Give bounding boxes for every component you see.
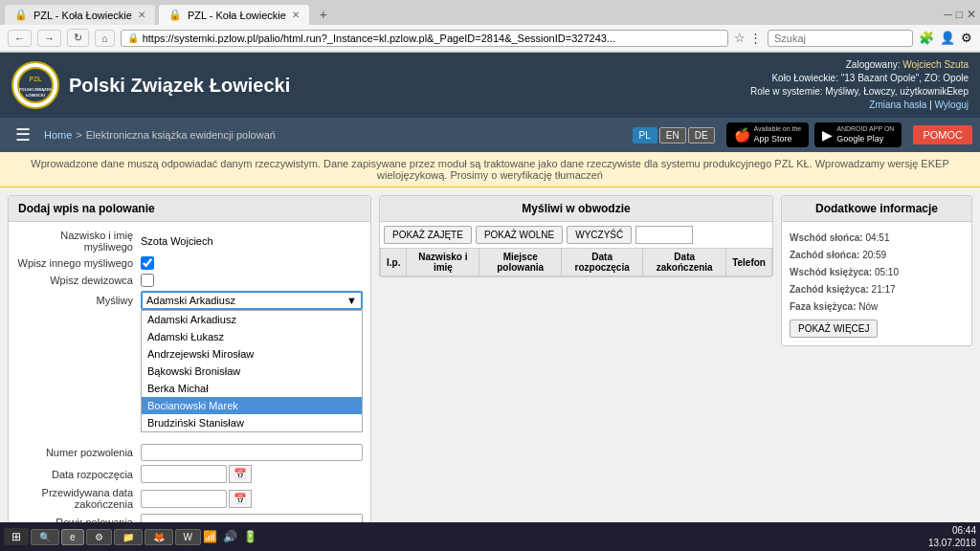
nazwisko-label: Nazwisko i imię myśliwego (16, 230, 141, 253)
data-zakonczenia-calendar-button[interactable]: 📅 (229, 490, 252, 508)
col-data-start: Data rozpoczęcia (562, 249, 643, 276)
data-rozpoczecia-input[interactable] (141, 465, 227, 483)
info-body: Wschód słońca: 04:51 Zachód słońca: 20:5… (782, 222, 971, 345)
forward-button[interactable]: → (37, 30, 61, 47)
apple-icon: 🍎 (734, 127, 750, 143)
taskbar-folder[interactable]: 📁 (114, 529, 143, 545)
browser-nav-icons: ☆ ⋮ (734, 31, 762, 45)
google-play-button[interactable]: ▶ ANDROID APP ON Google Play (814, 122, 902, 146)
info-row-moonset: Zachód księżyca: 21:17 (790, 281, 964, 298)
clear-button[interactable]: WYCZYŚĆ (567, 226, 632, 244)
lang-pl-button[interactable]: PL (633, 127, 657, 143)
app-store-button[interactable]: 🍎 Available on the App Store (726, 122, 810, 146)
lock-icon: 🔒 (127, 33, 139, 43)
nazwisko-value: Szota Wojciech (141, 235, 213, 247)
url-input[interactable] (143, 33, 722, 44)
dropdown-item-0[interactable]: Adamski Arkadiusz (142, 311, 362, 328)
sunrise-value: 04:51 (865, 232, 889, 243)
table-toolbar: POKAŻ ZAJĘTE POKAŻ WOLNE WYCZYŚĆ (380, 222, 772, 248)
form-row-inny-mysliwy: Wpisz innego myśliwego (16, 256, 363, 270)
browser-tab-1[interactable]: 🔒 PZL - Koła Łowieckie ✕ (4, 4, 156, 25)
show-more-button[interactable]: POKAŻ WIĘCEJ (790, 320, 878, 338)
dropdown-item-3[interactable]: Bąkowski Bronisław (142, 363, 362, 380)
hamburger-menu[interactable]: ☰ (8, 121, 38, 149)
form-header: Dodaj wpis na polowanie (9, 196, 370, 222)
show-free-button[interactable]: POKAŻ WOLNE (476, 226, 563, 244)
data-rozpoczecia-label: Data rozpoczęcia (16, 469, 141, 480)
maximize-button[interactable]: □ (956, 8, 963, 21)
data-zakonczenia-label: Przewidywana data zakończenia (16, 487, 141, 510)
col-lp: l.p. (381, 249, 407, 276)
tab-close-2[interactable]: ✕ (292, 10, 300, 20)
bookmark-icon[interactable]: ☆ (734, 31, 746, 45)
data-rozpoczecia-calendar-button[interactable]: 📅 (229, 465, 252, 483)
browser-search-input[interactable] (768, 30, 913, 47)
numer-pozwolenia-label: Numer pozwolenia (16, 447, 141, 458)
moonrise-value: 05:10 (875, 267, 899, 277)
dropdown-item-4[interactable]: Berka Michał (142, 380, 362, 397)
pomoc-button[interactable]: POMOC (913, 125, 972, 144)
settings-icon[interactable]: ⚙ (961, 31, 972, 45)
battery-icon: 🔋 (243, 530, 257, 543)
app-header: PZŁ POLSKI ZWIĄZEK ŁOWIECKI Polski Związ… (0, 53, 980, 118)
app-navbar: ☰ Home > Elektroniczna książka ewidencji… (0, 118, 980, 152)
left-panel: Dodaj wpis na polowanie Nazwisko i imię … (8, 195, 371, 551)
taskbar-word[interactable]: W (175, 529, 201, 545)
moon-phase-value: Nów (858, 301, 878, 312)
numer-pozwolenia-input[interactable] (141, 444, 363, 461)
mysliwy-select-wrapper: Adamski Arkadiusz ▼ Adamski Arkadiusz Ad… (141, 291, 363, 310)
col-miejsce: Miejsce polowania (479, 249, 562, 276)
tab-close-1[interactable]: ✕ (138, 10, 145, 20)
back-button[interactable]: ← (8, 30, 32, 47)
additional-info-box: Dodatkowe informacje Wschód słońca: 04:5… (781, 195, 972, 346)
home-link[interactable]: Home (44, 129, 72, 141)
dropdown-item-5[interactable]: Bocianowski Marek (142, 397, 362, 414)
dropdown-arrow-icon: ▼ (346, 295, 357, 306)
browser-tab-2[interactable]: 🔒 PZL - Koła Łowieckie ✕ (158, 4, 310, 25)
table-header-row: l.p. Nazwisko i imię Miejsce polowania D… (381, 249, 772, 276)
home-button[interactable]: ⌂ (95, 30, 115, 47)
profile-icon[interactable]: 👤 (940, 31, 955, 45)
col-data-end: Data zakończenia (643, 249, 726, 276)
inny-mysliwy-checkbox[interactable] (141, 256, 154, 270)
info-row-sunrise: Wschód słońca: 04:51 (790, 230, 964, 247)
taskbar-search[interactable]: 🔍 (31, 529, 59, 545)
svg-text:POLSKI ZWIĄZEK: POLSKI ZWIĄZEK (19, 87, 52, 92)
taskbar-ie[interactable]: e (61, 529, 84, 545)
dewizowiec-checkbox[interactable] (141, 274, 154, 287)
mysliwy-dropdown-trigger[interactable]: Adamski Arkadiusz ▼ (141, 291, 363, 310)
start-button[interactable]: ⊞ (4, 528, 29, 545)
lang-en-button[interactable]: EN (659, 127, 686, 143)
mysliwy-label: Myśliwy (16, 295, 141, 306)
table-search-input[interactable] (635, 226, 693, 244)
lang-de-button[interactable]: DE (688, 127, 715, 143)
close-window-button[interactable]: ✕ (967, 8, 976, 21)
data-zakonczenia-input[interactable] (141, 490, 227, 508)
taskbar-firefox[interactable]: 🦊 (145, 529, 173, 545)
app-title: Polski Związek Łowiecki (69, 75, 290, 97)
minimize-button[interactable]: ─ (944, 8, 952, 21)
taskbar-settings[interactable]: ⚙ (86, 529, 112, 545)
data-zakonczenia-container: 📅 (141, 490, 252, 508)
dropdown-item-1[interactable]: Adamski Łukasz (142, 328, 362, 345)
tab-bar: 🔒 PZL - Koła Łowieckie ✕ 🔒 PZL - Koła Ło… (0, 0, 980, 25)
breadcrumb-current: Elektroniczna książka ewidencji polowań (86, 129, 276, 141)
form-row-mysliwy: Myśliwy Adamski Arkadiusz ▼ Adamski Arka… (16, 291, 363, 310)
col-telefon: Telefon (726, 249, 772, 276)
form-row-numer-pozwolenia: Numer pozwolenia (16, 444, 363, 461)
inny-mysliwy-label: Wpisz innego myśliwego (16, 257, 141, 269)
form-row-data-rozpoczecia: Data rozpoczęcia 📅 (16, 465, 363, 483)
form-row-data-zakonczenia: Przewidywana data zakończenia 📅 (16, 487, 363, 510)
logout-link[interactable]: Wyloguj (935, 99, 969, 110)
dropdown-item-2[interactable]: Andrzejewski Mirosław (142, 345, 362, 363)
new-tab-button[interactable]: + (312, 5, 335, 24)
show-occupied-button[interactable]: POKAŻ ZAJĘTE (384, 226, 472, 244)
extensions-icon[interactable]: 🧩 (919, 31, 934, 45)
menu-icon[interactable]: ⋮ (749, 31, 762, 45)
change-pass-link[interactable]: Zmiana hasła (869, 99, 926, 110)
dropdown-item-6[interactable]: Brudziński Stanisław (142, 414, 362, 431)
address-bar[interactable]: 🔒 (121, 30, 728, 47)
hunters-table-header: Myśliwi w obwodzie (380, 196, 772, 222)
refresh-button[interactable]: ↻ (67, 29, 89, 47)
svg-text:ŁOWIECKI: ŁOWIECKI (26, 93, 45, 98)
